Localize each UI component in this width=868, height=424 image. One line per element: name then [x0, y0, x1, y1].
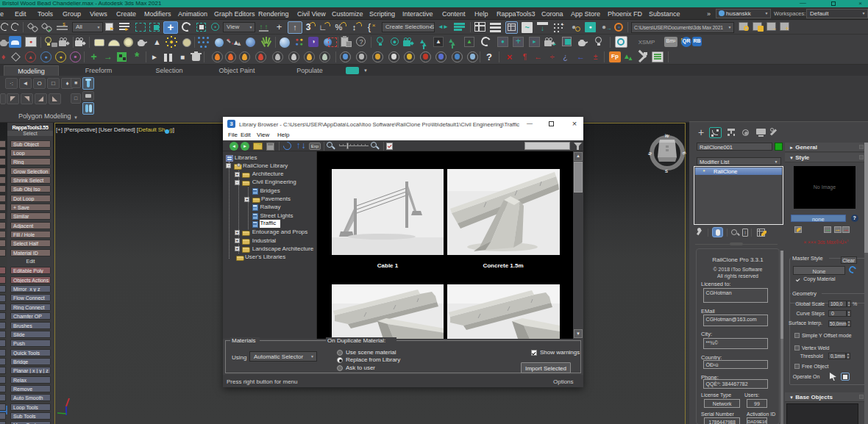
svg-text:S: S — [665, 169, 668, 173]
